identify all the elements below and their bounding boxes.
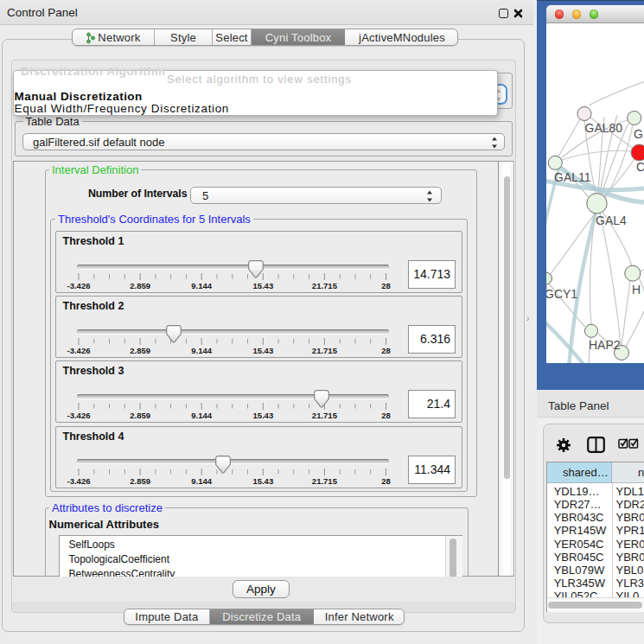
- svg-text:G.: G.: [634, 127, 644, 141]
- svg-text:HAP2: HAP2: [589, 338, 621, 352]
- svg-text:H: H: [632, 283, 641, 296]
- svg-text:GCY1: GCY1: [546, 287, 577, 301]
- svg-text:GAL4: GAL4: [596, 214, 627, 227]
- svg-text:GAL11: GAL11: [554, 170, 591, 184]
- svg-text:C: C: [636, 160, 644, 174]
- svg-text:GAL80: GAL80: [585, 121, 623, 135]
